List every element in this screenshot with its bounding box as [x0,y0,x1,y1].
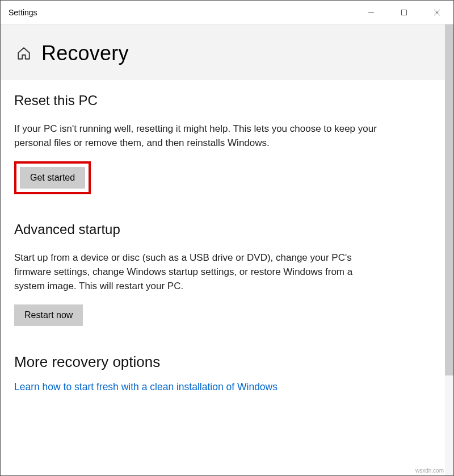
watermark: wsxdn.com [415,467,444,474]
close-button[interactable] [421,1,453,24]
settings-window: Settings Recovery Reset this PC If your … [0,0,454,476]
advanced-title: Advanced startup [14,222,438,237]
more-options-section: More recovery options Learn how to start… [14,353,438,393]
reset-section: Reset this PC If your PC isn't running w… [14,93,438,194]
fresh-install-link[interactable]: Learn how to start fresh with a clean in… [14,381,278,393]
maximize-button[interactable] [388,1,421,24]
maximize-icon [401,9,407,16]
page-header: Recovery [1,24,453,80]
highlight-annotation: Get started [14,161,91,194]
restart-now-button[interactable]: Restart now [14,304,83,326]
close-icon [434,9,440,16]
more-options-title: More recovery options [14,353,438,371]
window-controls [355,1,453,24]
titlebar: Settings [1,1,453,24]
content-area: Reset this PC If your PC isn't running w… [1,80,453,475]
svg-rect-1 [402,10,407,15]
reset-description: If your PC isn't running well, resetting… [14,122,383,150]
advanced-description: Start up from a device or disc (such as … [14,251,383,293]
home-icon[interactable] [16,46,31,61]
page-title: Recovery [41,41,129,65]
advanced-section: Advanced startup Start up from a device … [14,222,438,326]
reset-title: Reset this PC [14,93,438,108]
minimize-icon [368,9,375,16]
minimize-button[interactable] [355,1,388,24]
get-started-button[interactable]: Get started [20,167,85,189]
window-title: Settings [9,8,37,17]
